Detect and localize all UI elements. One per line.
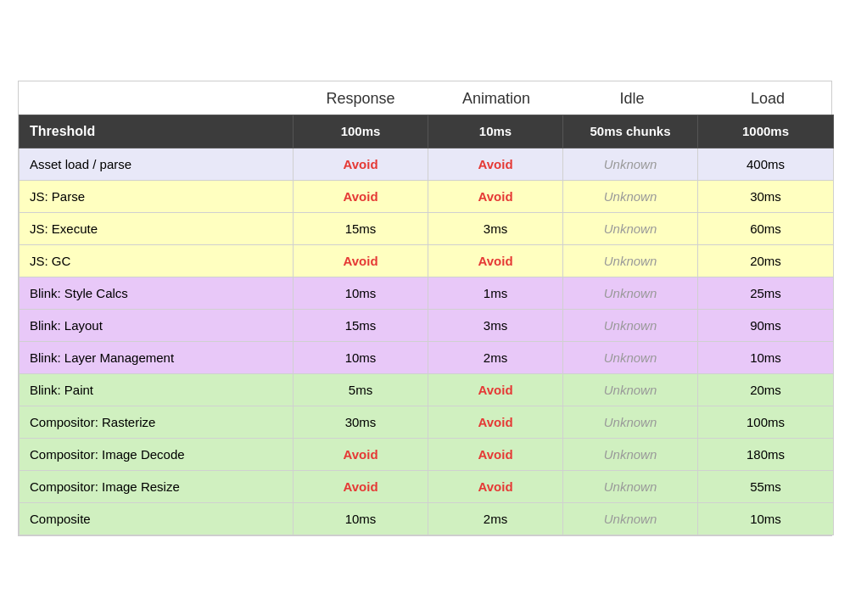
- unknown-label: Unknown: [604, 189, 657, 204]
- table-row: Composite10ms2msUnknown10ms: [20, 502, 834, 535]
- row-animation: Avoid: [428, 470, 563, 502]
- row-load: 90ms: [698, 309, 834, 341]
- unknown-label: Unknown: [604, 157, 657, 171]
- row-load: 100ms: [698, 406, 834, 438]
- row-response: 15ms: [294, 309, 428, 341]
- row-animation: 2ms: [428, 502, 563, 535]
- row-idle: Unknown: [563, 309, 698, 341]
- row-load: 20ms: [698, 373, 834, 406]
- unknown-label: Unknown: [604, 318, 657, 333]
- row-idle: Unknown: [563, 406, 698, 438]
- unknown-label: Unknown: [604, 447, 657, 462]
- th-idle: 50ms chunks: [563, 115, 698, 148]
- unknown-label: Unknown: [604, 286, 657, 300]
- row-animation: Avoid: [428, 406, 563, 438]
- row-idle: Unknown: [563, 212, 698, 244]
- row-response: Avoid: [294, 438, 428, 470]
- unknown-label: Unknown: [604, 512, 657, 526]
- avoid-label: Avoid: [478, 189, 512, 204]
- table-row: Blink: Paint5msAvoidUnknown20ms: [20, 373, 834, 406]
- column-headers-row: Response Animation Idle Load: [19, 81, 831, 115]
- table-row: Compositor: Image DecodeAvoidAvoidUnknow…: [20, 438, 834, 470]
- row-idle: Unknown: [563, 373, 698, 406]
- row-load: 10ms: [698, 502, 834, 535]
- row-idle: Unknown: [563, 502, 698, 535]
- col-header-animation: Animation: [428, 90, 564, 108]
- row-name: Compositor: Image Decode: [20, 438, 294, 470]
- row-name: JS: Parse: [20, 180, 294, 212]
- row-load: 55ms: [698, 470, 834, 502]
- row-animation: Avoid: [428, 148, 563, 180]
- row-animation: Avoid: [428, 244, 563, 277]
- unknown-label: Unknown: [604, 479, 657, 494]
- performance-table: Threshold 100ms 10ms 50ms chunks 1000ms …: [19, 115, 834, 535]
- row-name: JS: Execute: [20, 212, 294, 244]
- row-response: Avoid: [294, 470, 428, 502]
- row-name: Compositor: Image Resize: [20, 470, 294, 502]
- row-idle: Unknown: [563, 470, 698, 502]
- avoid-label: Avoid: [478, 415, 512, 429]
- table-body: Asset load / parseAvoidAvoidUnknown400ms…: [20, 148, 834, 535]
- row-name: Blink: Layer Management: [20, 341, 294, 373]
- row-animation: 2ms: [428, 341, 563, 373]
- row-response: Avoid: [294, 180, 428, 212]
- performance-table-container: Response Animation Idle Load Threshold 1…: [18, 81, 832, 536]
- row-name: Blink: Style Calcs: [20, 277, 294, 309]
- unknown-label: Unknown: [604, 383, 657, 397]
- row-response: 15ms: [294, 212, 428, 244]
- row-load: 25ms: [698, 277, 834, 309]
- row-idle: Unknown: [563, 438, 698, 470]
- row-animation: Avoid: [428, 180, 563, 212]
- row-animation: Avoid: [428, 373, 563, 406]
- avoid-label: Avoid: [478, 447, 512, 462]
- row-load: 60ms: [698, 212, 834, 244]
- unknown-label: Unknown: [604, 254, 657, 268]
- row-load: 30ms: [698, 180, 834, 212]
- avoid-label: Avoid: [343, 254, 377, 268]
- table-row: JS: Execute15ms3msUnknown60ms: [20, 212, 834, 244]
- unknown-label: Unknown: [604, 221, 657, 236]
- row-name: Blink: Paint: [20, 373, 294, 406]
- th-threshold: Threshold: [20, 115, 294, 148]
- row-idle: Unknown: [563, 180, 698, 212]
- table-row: Blink: Style Calcs10ms1msUnknown25ms: [20, 277, 834, 309]
- table-row: JS: ParseAvoidAvoidUnknown30ms: [20, 180, 834, 212]
- row-response: 30ms: [294, 406, 428, 438]
- table-row: Blink: Layer Management10ms2msUnknown10m…: [20, 341, 834, 373]
- row-response: Avoid: [294, 244, 428, 277]
- avoid-label: Avoid: [343, 479, 377, 494]
- row-idle: Unknown: [563, 277, 698, 309]
- row-response: Avoid: [294, 148, 428, 180]
- col-header-empty: [19, 90, 293, 108]
- table-row: JS: GCAvoidAvoidUnknown20ms: [20, 244, 834, 277]
- row-load: 10ms: [698, 341, 834, 373]
- row-name: Composite: [20, 502, 294, 535]
- row-load: 20ms: [698, 244, 834, 277]
- row-name: Compositor: Rasterize: [20, 406, 294, 438]
- row-animation: 3ms: [428, 212, 563, 244]
- avoid-label: Avoid: [343, 447, 377, 462]
- table-row: Compositor: Rasterize30msAvoidUnknown100…: [20, 406, 834, 438]
- row-name: Blink: Layout: [20, 309, 294, 341]
- table-header: Threshold 100ms 10ms 50ms chunks 1000ms: [20, 115, 834, 148]
- avoid-label: Avoid: [478, 383, 512, 397]
- table-row: Blink: Layout15ms3msUnknown90ms: [20, 309, 834, 341]
- row-response: 10ms: [294, 277, 428, 309]
- row-animation: 1ms: [428, 277, 563, 309]
- avoid-label: Avoid: [478, 254, 512, 268]
- th-load: 1000ms: [698, 115, 834, 148]
- row-idle: Unknown: [563, 341, 698, 373]
- table-row: Asset load / parseAvoidAvoidUnknown400ms: [20, 148, 834, 180]
- row-name: JS: GC: [20, 244, 294, 277]
- row-animation: 3ms: [428, 309, 563, 341]
- table-row: Compositor: Image ResizeAvoidAvoidUnknow…: [20, 470, 834, 502]
- col-header-load: Load: [700, 90, 836, 108]
- header-row: Threshold 100ms 10ms 50ms chunks 1000ms: [20, 115, 834, 148]
- row-idle: Unknown: [563, 244, 698, 277]
- row-load: 180ms: [698, 438, 834, 470]
- row-animation: Avoid: [428, 438, 563, 470]
- row-load: 400ms: [698, 148, 834, 180]
- col-header-response: Response: [293, 90, 428, 108]
- row-response: 10ms: [294, 341, 428, 373]
- row-response: 5ms: [294, 373, 428, 406]
